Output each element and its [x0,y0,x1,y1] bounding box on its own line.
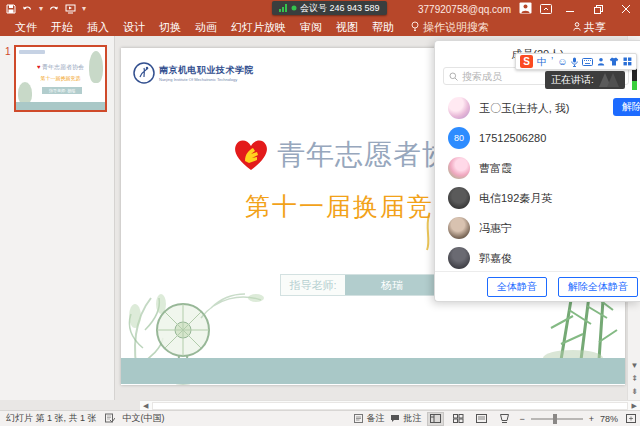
avatar [448,187,470,209]
tab-view[interactable]: 视图 [329,20,365,35]
thumbnail-plant-right [89,51,103,83]
sogou-logo-icon[interactable]: S [520,55,533,68]
zoom-level-label[interactable]: 78% [600,414,618,424]
slide-thumbnail[interactable]: ♥ 青年志愿者协会 第十一届换届竞选 指导老师: 杨瑞 [14,45,107,112]
meeting-id-label: 会议号 246 943 589 [300,2,380,15]
previous-slide-icon[interactable]: ⇞ [628,373,640,385]
school-name: 南京机电职业技术学院 [159,64,254,77]
notes-toggle[interactable]: 备注 [354,412,384,425]
audio-level-fill [632,81,637,90]
share-label: 共享 [584,20,606,35]
thumbnail-logo [19,50,45,54]
tab-animations[interactable]: 动画 [188,20,224,35]
ime-emoji-icon[interactable]: ☺ [557,57,567,67]
horizontal-scroll-thumb[interactable] [152,402,627,410]
language-label[interactable]: 中文(中国) [123,412,165,425]
avatar [448,97,470,119]
member-row-host[interactable]: 玉〇玉(主持人, 我) [435,93,640,123]
ime-account-icon[interactable] [597,57,605,66]
slide-thumbnail-pane: 1 ♥ 青年志愿者协会 第十一届换届竞选 指导老师: 杨瑞 [0,36,115,400]
scroll-right-icon[interactable]: ▶ [629,402,640,410]
mic-active-dot-icon [291,5,297,11]
member-name: 17512506280 [479,132,546,144]
ime-toolbox-icon[interactable] [623,57,632,66]
reading-view-button[interactable] [473,412,490,426]
ime-keyboard-icon[interactable] [582,58,593,66]
member-name: 曹富霞 [479,161,512,176]
ime-toolbar[interactable]: S 中 ’ ☺ [515,53,637,70]
titlebar-right: 377920758@qq.com [418,0,640,18]
scroll-left-icon[interactable]: ◀ [140,402,151,410]
tell-me-label: 操作说明搜索 [423,20,489,35]
slideshow-view-button[interactable] [496,412,513,426]
unmute-all-button[interactable]: 解除全体静音 [558,277,638,297]
normal-view-button[interactable] [427,412,444,426]
save-icon[interactable] [6,4,16,14]
member-row[interactable]: 电信192秦月英 [435,183,640,213]
zoom-slider[interactable] [531,418,583,420]
ime-skin-icon[interactable] [609,57,619,66]
member-row[interactable]: 冯惠宁 [435,213,640,243]
signal-bars-icon [279,4,288,12]
member-row[interactable]: 80 17512506280 [435,123,640,153]
tab-home[interactable]: 开始 [44,20,80,35]
member-row[interactable]: 曹富霞 [435,153,640,183]
redo-icon[interactable] [49,5,59,14]
tab-insert[interactable]: 插入 [80,20,116,35]
lightbulb-icon [411,21,419,34]
proofing-icon[interactable] [105,413,115,425]
account-email[interactable]: 377920758@qq.com [418,4,511,15]
meeting-floating-badge[interactable]: 会议号 246 943 589 [272,1,387,15]
slide-subtitle-text[interactable]: 第十一届换届竞选 [245,190,461,223]
heart-icon: ♥ [37,64,41,70]
tab-review[interactable]: 审阅 [293,20,329,35]
minimize-button[interactable] [560,1,580,17]
unmute-member-button[interactable]: 解除静音 [613,98,640,116]
next-slide-icon[interactable]: ⇟ [628,386,640,398]
start-slideshow-icon[interactable] [65,4,76,14]
ime-voice-icon[interactable] [571,57,578,67]
powerpoint-window: ▾ ▾ 会议号 246 943 589 377920758@qq.com 文件 … [0,0,640,426]
slide-number: 1 [5,46,11,57]
slide-bottom-strip [121,358,625,384]
tab-slideshow[interactable]: 幻灯片放映 [224,20,293,35]
undo-dropdown-icon[interactable]: ▾ [39,5,43,13]
tab-help[interactable]: 帮助 [365,20,401,35]
notes-icon [354,414,363,423]
mute-all-button[interactable]: 全体静音 [487,277,547,297]
undo-icon[interactable] [22,5,33,14]
member-name: 郭嘉俊 [479,251,512,266]
ime-mode-chinese[interactable]: 中 [537,57,547,67]
school-logo: 南京机电职业技术学院 Nanjing Institute Of Mechatro… [133,62,254,84]
zoom-in-button[interactable]: + [589,414,594,424]
zoom-out-button[interactable]: − [519,414,524,424]
advisor-box[interactable]: 指导老师: 杨瑞 [280,274,440,296]
slide-sorter-view-button[interactable] [450,412,467,426]
ribbon-display-options-icon[interactable] [540,0,552,18]
tab-transitions[interactable]: 切换 [152,20,188,35]
quick-access-toolbar: ▾ ▾ [0,4,86,14]
zoom-slider-handle[interactable] [553,414,557,424]
school-emblem-icon [133,62,155,84]
horizontal-scrollbar[interactable]: ◀ ▶ [140,400,640,410]
scroll-down-icon[interactable]: ▼ [628,360,640,372]
person-icon [573,21,581,33]
member-list: 玉〇玉(主持人, 我) 80 17512506280 曹富霞 电信192秦月英 … [435,93,640,273]
ribbon-tab-row: 文件 开始 插入 设计 切换 动画 幻灯片放映 审阅 视图 帮助 操作说明搜索 … [0,18,640,36]
account-avatar-icon[interactable] [519,0,532,18]
share-button[interactable]: 共享 [573,18,606,36]
qat-customize-icon[interactable]: ▾ [82,5,86,13]
ime-punctuation-icon[interactable]: ’ [551,57,553,67]
avatar: 80 [448,127,470,149]
restore-button[interactable] [588,1,608,17]
tab-design[interactable]: 设计 [116,20,152,35]
fit-slide-to-window-icon[interactable] [624,413,638,425]
comments-toggle[interactable]: 批注 [390,412,421,425]
thumbnail-advisor: 指导老师: 杨瑞 [42,87,82,94]
thumbnail-bottom-strip [16,102,105,110]
tab-file[interactable]: 文件 [8,20,44,35]
member-row[interactable]: 郭嘉俊 [435,243,640,273]
avatar [448,247,470,269]
tell-me-search[interactable]: 操作说明搜索 [411,20,489,35]
close-button[interactable] [616,1,636,17]
